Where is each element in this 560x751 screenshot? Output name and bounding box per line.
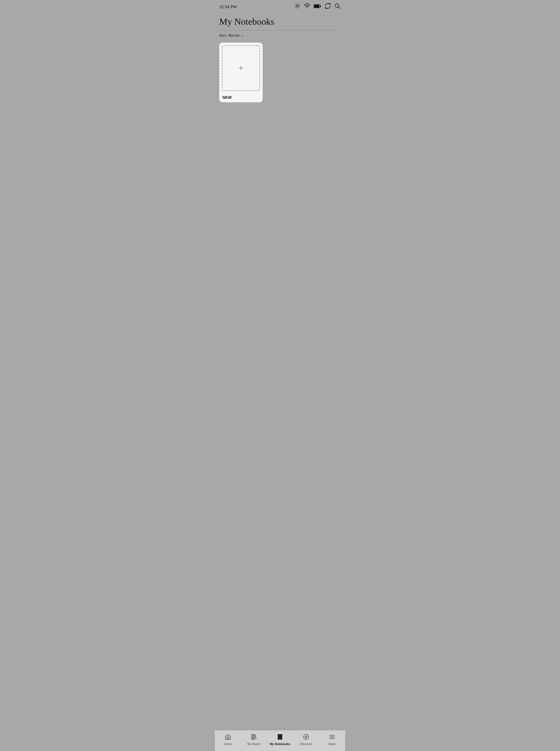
- more-icon: [329, 734, 335, 741]
- nav-label-discover: Discover: [300, 742, 312, 746]
- nav-item-more[interactable]: More: [319, 733, 345, 747]
- home-icon: [225, 734, 231, 741]
- brightness-icon: [294, 3, 301, 11]
- sync-icon: [324, 3, 331, 11]
- sort-label: Sort: Recent: [219, 33, 240, 38]
- nav-label-more: More: [328, 742, 335, 746]
- svg-rect-16: [254, 734, 255, 739]
- svg-rect-11: [314, 5, 319, 7]
- nav-label-my-books: My Books: [247, 742, 260, 746]
- page-header: My Notebooks: [215, 12, 345, 30]
- nav-item-home[interactable]: Home: [215, 733, 241, 747]
- status-time: 12:34 PM: [219, 4, 237, 9]
- svg-rect-19: [281, 734, 282, 739]
- status-bar: 12:34 PM: [215, 0, 345, 12]
- bottom-nav: Home My Books My Notebooks: [215, 730, 345, 751]
- search-icon[interactable]: [334, 3, 341, 11]
- nav-label-my-notebooks: My Notebooks: [270, 742, 290, 746]
- page-title: My Notebooks: [219, 17, 341, 27]
- plus-icon: +: [239, 64, 243, 73]
- svg-point-9: [307, 8, 307, 8]
- svg-point-0: [296, 5, 298, 7]
- books-icon: [251, 734, 257, 741]
- nav-item-my-notebooks[interactable]: My Notebooks: [267, 733, 293, 747]
- status-icons: [294, 3, 341, 11]
- svg-line-6: [299, 7, 299, 8]
- new-notebook-card[interactable]: + NEW: [219, 43, 263, 102]
- svg-rect-17: [278, 734, 279, 739]
- svg-line-14: [339, 7, 340, 9]
- content-area: + NEW: [215, 40, 345, 104]
- battery-icon: [314, 4, 321, 9]
- svg-marker-21: [305, 736, 307, 738]
- sort-button[interactable]: Sort: Recent ⌄: [219, 33, 243, 38]
- nav-item-my-books[interactable]: My Books: [241, 733, 267, 747]
- new-notebook-inner: +: [222, 45, 260, 91]
- nav-label-home: Home: [224, 742, 232, 746]
- svg-line-8: [299, 4, 299, 4]
- discover-icon: [303, 734, 309, 741]
- new-notebook-label: NEW: [219, 94, 263, 102]
- wifi-icon: [304, 3, 311, 11]
- svg-rect-18: [279, 734, 281, 739]
- svg-rect-15: [252, 734, 253, 739]
- notebooks-icon: [277, 734, 283, 741]
- sort-bar: Sort: Recent ⌄: [215, 31, 345, 40]
- chevron-down-icon: ⌄: [241, 33, 243, 37]
- nav-item-discover[interactable]: Discover: [293, 733, 319, 747]
- svg-rect-12: [320, 5, 321, 7]
